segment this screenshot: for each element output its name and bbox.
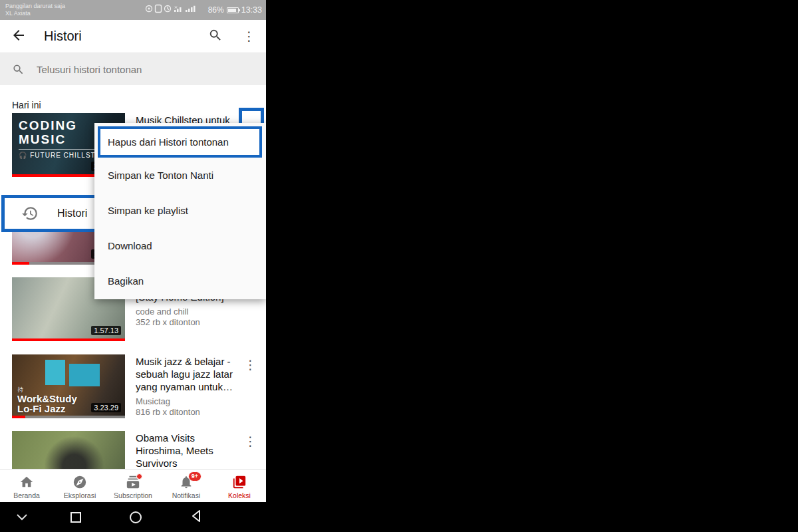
home-icon [19,475,34,489]
thumb-text: CODINGMUSIC🎧 FUTURE CHILLSTEP [19,118,106,159]
menu-item[interactable]: Simpan ke playlist [94,193,266,228]
video-views: 352 rb x ditonton [136,317,238,328]
nav-label: Subscription [114,491,152,499]
kebab-icon[interactable]: ⋮ [244,434,257,449]
thumb-text-line: 🎧 FUTURE CHILLSTEP [19,149,106,159]
monitor-shape [69,364,100,386]
battery-percent: 86% [208,5,224,15]
status-icons-group [144,3,205,17]
nav-label: Beranda [13,491,40,499]
thumb-text-line: CODING [19,118,106,132]
nav-item-eksplorasi[interactable]: Eksplorasi [53,469,106,502]
thumb-text-line: Lo-Fi Jazz [17,404,77,414]
carrier-line2: XL Axiata [5,10,65,17]
section-label: Hari ini [12,100,41,110]
watch-progress-fill [12,416,25,418]
watch-progress-fill [12,262,29,265]
carrier-text: Panggilan darurat sajaXL Axiata [5,3,65,17]
library-item-label: Histori [57,207,87,219]
kebab-icon[interactable]: ⋮ [244,357,257,372]
watch-progress [12,338,125,341]
screen-history-menu: Panggilan darurat sajaXL Axiata86%13:33 … [0,0,266,532]
menu-item[interactable]: Download [94,228,266,263]
history-header: Histori ⋮ [0,20,266,53]
notification-badge: 9+ [188,471,201,481]
menu-item[interactable]: Simpan ke Tonton Nanti [94,158,266,193]
video-views: 816 rb x ditonton [136,407,238,418]
watch-progress [12,416,125,418]
video-row[interactable]: 持Work&StudyLo-Fi Jazz3.23.29Musik jazz &… [12,354,266,441]
home-circle-icon[interactable] [130,511,142,523]
duration-badge: 3.23.29 [91,403,121,412]
status-icons [144,3,205,14]
bottom-nav: BerandaEksplorasiSubscription9+Notifikas… [0,469,266,502]
thumb-text-line: MUSIC [19,132,106,146]
notifications-icon: 9+ [179,475,194,489]
search-icon [12,63,25,76]
video-channel: code and chill [136,307,238,317]
nav-label: Notifikasi [172,491,201,499]
page-title: Histori [44,29,82,44]
nav-item-beranda[interactable]: Beranda [0,469,53,502]
menu-item-highlighted[interactable]: Hapus dari Histori tontonan [98,126,262,158]
hide-chevron-icon[interactable] [17,511,27,523]
history-icon [21,205,39,222]
video-channel: Musictag [136,396,238,407]
duration-badge: 1.57.13 [91,326,121,335]
carrier-line1: Panggilan darurat saja [5,3,65,10]
nav-item-koleksi[interactable]: Koleksi [213,469,266,502]
status-bar: Panggilan darurat sajaXL Axiata86%13:33 [0,0,266,20]
battery-icon [227,7,239,13]
menu-item[interactable]: Bagikan [94,263,266,299]
status-right: 86%13:33 [144,3,262,17]
search-placeholder: Telusuri histori tontonan [37,64,142,75]
kebab-icon[interactable]: ⋮ [243,29,255,44]
explore-icon [72,475,87,489]
subscriptions-icon [126,475,140,489]
nav-label: Koleksi [228,491,251,499]
recents-square-icon[interactable] [70,512,81,523]
video-title[interactable]: Musik jazz & belajar - sebuah lagu jazz … [136,355,238,393]
back-triangle-icon[interactable] [192,510,201,525]
thumb-text: 持Work&StudyLo-Fi Jazz [17,387,77,414]
search-icon[interactable] [208,28,223,45]
library-icon [232,475,247,489]
monitor-shape [45,360,65,385]
system-nav [0,502,266,532]
nav-item-subscription[interactable]: Subscription [106,469,160,502]
history-search-bar[interactable]: Telusuri histori tontonan [0,53,266,85]
clock-text: 13:33 [241,5,262,15]
nav-label: Eksplorasi [64,491,96,499]
video-thumbnail: 持Work&StudyLo-Fi Jazz3.23.29 [12,354,125,418]
watch-progress-fill [12,338,125,341]
video-title[interactable]: Obama Visits Hiroshima, Meets Survivors [136,432,238,469]
thumb-text-line: Work&Study [17,394,77,404]
video-info: Musik jazz & belajar - sebuah lagu jazz … [136,354,238,441]
context-menu: Hapus dari Histori tontonanSimpan ke Ton… [94,123,266,299]
nav-item-notifikasi[interactable]: 9+Notifikasi [160,469,213,502]
back-icon[interactable] [11,27,27,46]
new-content-dot [136,473,142,479]
